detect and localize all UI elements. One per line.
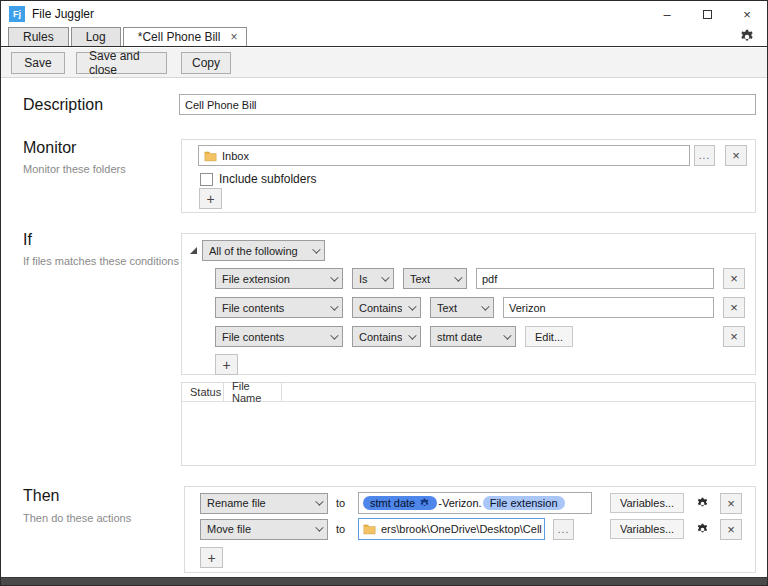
- token-file-extension[interactable]: File extension: [483, 496, 565, 510]
- then-add-action-button[interactable]: +: [200, 547, 223, 568]
- condition2-field-value: File contents: [222, 302, 324, 314]
- tab-cell-phone-bill[interactable]: *Cell Phone Bill ×: [123, 27, 248, 46]
- maximize-icon: [703, 10, 712, 19]
- action2-settings-button[interactable]: [692, 519, 712, 539]
- tab-rules[interactable]: Rules: [8, 27, 69, 46]
- condition3-type-select[interactable]: stmt date: [430, 326, 516, 347]
- chevron-down-icon: [330, 302, 338, 310]
- tab-rules-label: Rules: [23, 30, 54, 44]
- monitor-remove-button[interactable]: ×: [725, 145, 747, 166]
- tab-close-icon[interactable]: ×: [230, 30, 237, 44]
- action1-variables-button[interactable]: Variables...: [610, 493, 684, 513]
- tab-cell-phone-bill-label: *Cell Phone Bill: [138, 30, 221, 44]
- if-add-condition-button[interactable]: +: [215, 354, 238, 375]
- minimize-icon: –: [663, 7, 670, 22]
- condition1-remove-button[interactable]: ×: [723, 268, 745, 289]
- move-browse-button[interactable]: ...: [553, 519, 574, 540]
- action-row-1: Rename file to stmt date -Verizon. File …: [185, 492, 755, 514]
- condition1-field-value: File extension: [222, 273, 324, 285]
- tab-log[interactable]: Log: [71, 27, 121, 46]
- gear-icon: [696, 523, 709, 536]
- condition2-value: Verizon: [509, 302, 546, 314]
- move-destination-path: ers\brook\OneDrive\Desktop\Cell Phone: [381, 523, 545, 535]
- monitor-folder-input[interactable]: Inbox: [198, 145, 690, 166]
- toolbar: Save Save and close Copy: [1, 48, 767, 78]
- rename-template-input[interactable]: stmt date -Verizon. File extension: [358, 492, 592, 514]
- action1-controls: Variables... ×: [610, 493, 742, 514]
- rename-literal-text: -Verizon.: [438, 497, 481, 509]
- close-button[interactable]: ×: [727, 1, 767, 27]
- remove-icon: ×: [727, 496, 735, 511]
- remove-icon: ×: [727, 522, 735, 537]
- token-stmt-date[interactable]: stmt date: [363, 496, 437, 510]
- condition1-value-input[interactable]: pdf: [476, 268, 714, 289]
- monitor-add-folder-button[interactable]: +: [199, 188, 222, 209]
- description-input[interactable]: [179, 94, 756, 115]
- app-window: Fj File Juggler – × Rules Log *Cell Phon…: [0, 0, 768, 586]
- monitor-subheading: Monitor these folders: [23, 163, 126, 175]
- minimize-button[interactable]: –: [647, 1, 687, 27]
- then-panel: Rename file to stmt date -Verizon. File …: [184, 486, 756, 573]
- action2-remove-button[interactable]: ×: [720, 519, 742, 540]
- condition2-operator-select[interactable]: Contains: [352, 297, 421, 318]
- chevron-down-icon: [315, 497, 323, 505]
- include-subfolders-checkbox[interactable]: [200, 173, 213, 186]
- maximize-button[interactable]: [687, 1, 727, 27]
- action2-value: Move file: [207, 523, 309, 535]
- action2-to-label: to: [336, 523, 350, 535]
- app-icon: Fj: [9, 6, 25, 22]
- condition2-type-select[interactable]: Text: [430, 297, 494, 318]
- condition3-operator-select[interactable]: Contains: [352, 326, 421, 347]
- plus-icon: +: [207, 550, 215, 566]
- copy-button[interactable]: Copy: [181, 52, 231, 74]
- monitor-panel: Inbox ... × Include subfolders +: [181, 139, 756, 213]
- condition3-edit-button[interactable]: Edit...: [525, 326, 573, 347]
- condition2-remove-button[interactable]: ×: [723, 297, 745, 318]
- token-stmt-date-label: stmt date: [370, 497, 415, 509]
- settings-gear-button[interactable]: [739, 29, 755, 45]
- include-subfolders-row: Include subfolders: [200, 172, 316, 186]
- condition3-remove-button[interactable]: ×: [723, 326, 745, 347]
- chevron-down-icon: [408, 331, 416, 339]
- plus-icon: +: [222, 357, 230, 373]
- expander-icon[interactable]: [190, 247, 197, 254]
- condition1-type-select[interactable]: Text: [403, 268, 467, 289]
- then-heading: Then: [23, 487, 59, 505]
- monitor-browse-button[interactable]: ...: [694, 145, 715, 166]
- action2-select[interactable]: Move file: [200, 519, 328, 540]
- move-destination-input[interactable]: ers\brook\OneDrive\Desktop\Cell Phone: [358, 518, 545, 540]
- taskbar-edge: [1, 577, 767, 585]
- chevron-down-icon: [481, 302, 489, 310]
- condition2-field-select[interactable]: File contents: [215, 297, 343, 318]
- save-button[interactable]: Save: [11, 52, 65, 74]
- condition3-type-value: stmt date: [437, 331, 497, 343]
- token-settings-icon[interactable]: [419, 498, 430, 509]
- condition1-field-select[interactable]: File extension: [215, 268, 343, 289]
- then-subheading: Then do these actions: [23, 512, 131, 524]
- save-and-close-button[interactable]: Save and close: [76, 52, 167, 74]
- condition1-value: pdf: [482, 273, 497, 285]
- action1-remove-button[interactable]: ×: [720, 493, 742, 514]
- chevron-down-icon: [330, 331, 338, 339]
- column-header-file-name[interactable]: File Name: [224, 383, 282, 401]
- condition-row-2: File contents Contains Text Verizon ×: [182, 297, 755, 318]
- gear-icon: [739, 29, 755, 45]
- condition3-field-select[interactable]: File contents: [215, 326, 343, 347]
- action2-variables-button[interactable]: Variables...: [610, 519, 684, 539]
- condition2-value-input[interactable]: Verizon: [503, 297, 714, 318]
- condition1-operator-select[interactable]: Is: [352, 268, 394, 289]
- condition1-type-value: Text: [410, 273, 448, 285]
- action1-select[interactable]: Rename file: [200, 493, 328, 514]
- remove-icon: ×: [730, 300, 738, 315]
- token-file-extension-label: File extension: [490, 497, 558, 509]
- if-heading: If: [23, 231, 32, 249]
- match-mode-select[interactable]: All of the following: [202, 240, 325, 261]
- action1-settings-button[interactable]: [692, 493, 712, 513]
- plus-icon: +: [206, 191, 214, 207]
- include-subfolders-label: Include subfolders: [219, 172, 316, 186]
- monitor-heading: Monitor: [23, 139, 76, 157]
- description-heading: Description: [23, 96, 103, 114]
- files-table: Status File Name: [181, 382, 756, 466]
- column-header-status[interactable]: Status: [182, 383, 224, 401]
- condition-row-1: File extension Is Text pdf ×: [182, 268, 755, 289]
